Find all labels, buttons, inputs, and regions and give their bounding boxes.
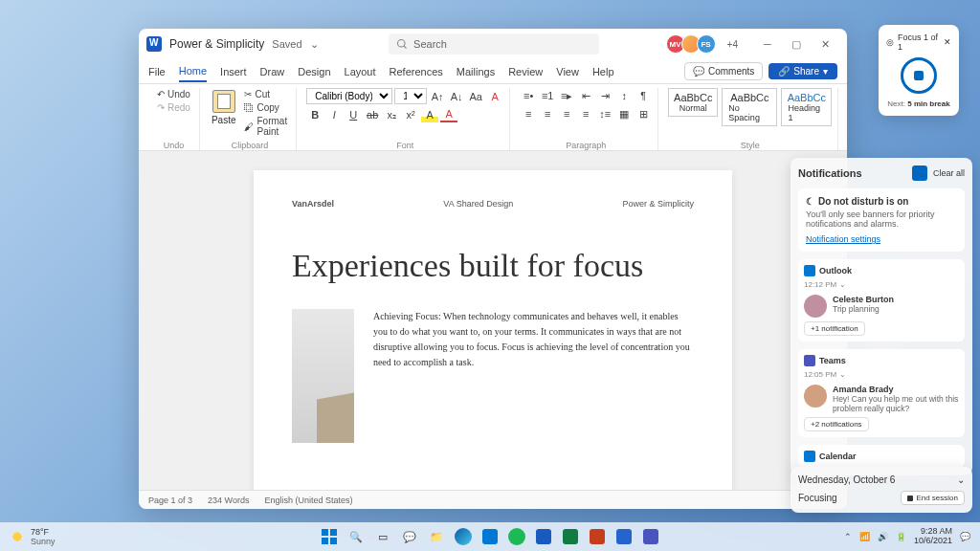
stop-icon[interactable]	[914, 71, 924, 80]
more-notifications-button[interactable]: +2 notifications	[804, 417, 869, 431]
notification-item[interactable]: Celeste Burton Trip planning	[804, 295, 959, 318]
bold-button[interactable]: B	[306, 107, 323, 122]
minimize-button[interactable]: ─	[753, 33, 782, 55]
explorer-icon[interactable]: 📁	[425, 525, 448, 548]
notification-settings-link[interactable]: Notification settings	[806, 234, 880, 244]
clock[interactable]: 9:28 AM 10/6/2021	[914, 527, 952, 546]
document-page[interactable]: VanArsdel VA Shared Design Power & Simpl…	[254, 170, 732, 490]
menu-layout[interactable]: Layout	[345, 66, 376, 77]
page-counter[interactable]: Page 1 of 3	[148, 496, 192, 505]
close-icon[interactable]: ✕	[944, 37, 951, 47]
style-heading1[interactable]: AaBbCcHeading 1	[781, 88, 832, 126]
search-icon[interactable]: 🔍	[345, 525, 368, 548]
align-right-icon[interactable]: ≡	[558, 106, 575, 121]
chevron-up-icon[interactable]: ⌃	[844, 532, 852, 541]
teams-icon[interactable]	[639, 525, 662, 548]
font-name-select[interactable]: Calibri (Body)	[306, 88, 392, 104]
language-status[interactable]: English (United States)	[264, 496, 352, 505]
cut-button[interactable]: ✂ Cut	[241, 88, 290, 100]
battery-icon[interactable]: 🔋	[896, 532, 906, 541]
align-left-icon[interactable]: ≡	[520, 106, 537, 121]
clear-format-icon[interactable]: A	[486, 89, 503, 104]
start-button[interactable]	[318, 525, 341, 548]
doc-headline[interactable]: Experiences built for focus	[292, 247, 694, 286]
menu-insert[interactable]: Insert	[220, 66, 247, 77]
menu-design[interactable]: Design	[298, 66, 330, 77]
multilevel-icon[interactable]: ≡▸	[558, 88, 575, 103]
doc-image[interactable]	[292, 309, 354, 443]
volume-icon[interactable]: 🔊	[878, 532, 888, 541]
outlook-icon[interactable]	[479, 525, 501, 548]
share-button[interactable]: 🔗 Share ▾	[768, 63, 837, 79]
copy-button[interactable]: ⿻ Copy	[241, 101, 290, 114]
notification-time[interactable]: 12:12 PM ⌄	[804, 280, 959, 289]
calendar-section[interactable]: Calendar	[798, 445, 965, 468]
italic-button[interactable]: I	[325, 107, 343, 122]
increase-indent-icon[interactable]: ⇥	[596, 88, 613, 103]
weather-widget[interactable]: 78°F Sunny	[10, 527, 56, 546]
notification-item[interactable]: Amanda Brady Hey! Can you help me out wi…	[804, 385, 959, 413]
clear-all-button[interactable]: Clear all	[933, 168, 965, 178]
menu-references[interactable]: References	[390, 66, 443, 77]
menu-view[interactable]: View	[556, 66, 579, 77]
todo-icon[interactable]	[612, 525, 635, 548]
strikethrough-button[interactable]: ab	[364, 107, 381, 122]
font-color-button[interactable]: A	[440, 107, 457, 122]
numbering-icon[interactable]: ≡1	[539, 88, 556, 103]
menu-help[interactable]: Help	[592, 66, 614, 77]
chevron-down-icon[interactable]: ⌄	[839, 280, 846, 289]
more-collaborators[interactable]: +4	[727, 39, 738, 50]
menu-mailings[interactable]: Mailings	[457, 66, 495, 77]
excel-icon[interactable]	[559, 525, 582, 548]
redo-button[interactable]: ↷ Redo	[154, 101, 193, 114]
show-marks-icon[interactable]: ¶	[635, 88, 652, 103]
menu-home[interactable]: Home	[179, 65, 207, 82]
word-icon[interactable]	[532, 525, 555, 548]
highlight-button[interactable]: A	[421, 107, 438, 122]
word-count[interactable]: 234 Words	[208, 496, 249, 505]
end-session-button[interactable]: End session	[901, 491, 965, 505]
borders-icon[interactable]: ⊞	[635, 106, 652, 121]
maximize-button[interactable]: ▢	[782, 33, 811, 55]
wifi-icon[interactable]: 📶	[859, 532, 870, 541]
close-button[interactable]: ✕	[811, 33, 839, 55]
grow-font-icon[interactable]: A↑	[429, 89, 446, 104]
format-painter-button[interactable]: 🖌 Format Paint	[241, 115, 290, 138]
bullets-icon[interactable]: ≡•	[520, 88, 537, 103]
doc-body-text[interactable]: Achieving Focus: When technology communi…	[373, 309, 694, 443]
expand-icon[interactable]	[912, 165, 927, 181]
notification-center-icon[interactable]: 💬	[960, 532, 970, 541]
document-canvas[interactable]: VanArsdel VA Shared Design Power & Simpl…	[139, 151, 847, 490]
menu-file[interactable]: File	[148, 66, 166, 77]
comments-button[interactable]: 💬 Comments	[684, 62, 763, 80]
underline-button[interactable]: U	[345, 107, 362, 122]
chevron-down-icon[interactable]: ⌄	[957, 474, 965, 485]
line-spacing-icon[interactable]: ↕≡	[596, 106, 613, 121]
change-case-icon[interactable]: Aa	[467, 89, 484, 104]
paste-button[interactable]: Paste	[210, 88, 238, 127]
justify-icon[interactable]: ≡	[577, 106, 594, 121]
edge-icon[interactable]	[452, 525, 475, 548]
focus-timer-ring[interactable]	[901, 57, 937, 94]
align-center-icon[interactable]: ≡	[539, 106, 556, 121]
collaborator-avatars[interactable]: MV FS	[670, 34, 716, 54]
save-status[interactable]: Saved	[272, 38, 301, 50]
sort-icon[interactable]: ↕	[615, 88, 633, 103]
decrease-indent-icon[interactable]: ⇤	[577, 88, 594, 103]
chevron-down-icon[interactable]: ⌄	[839, 370, 846, 379]
menu-draw[interactable]: Draw	[260, 66, 285, 77]
subscript-button[interactable]: x₂	[383, 107, 400, 122]
style-no-spacing[interactable]: AaBbCcNo Spacing	[722, 88, 777, 126]
style-normal[interactable]: AaBbCcNormal	[668, 88, 718, 117]
shading-icon[interactable]: ▦	[615, 106, 633, 121]
spotify-icon[interactable]	[505, 525, 528, 548]
powerpoint-icon[interactable]	[586, 525, 609, 548]
search-input[interactable]: Search	[389, 33, 599, 55]
menu-review[interactable]: Review	[508, 66, 543, 77]
task-view-icon[interactable]: ▭	[371, 525, 394, 548]
chat-icon[interactable]: 💬	[398, 525, 421, 548]
chevron-down-icon[interactable]: ⌄	[310, 38, 319, 51]
undo-button[interactable]: ↶ Undo	[154, 88, 193, 100]
notification-time[interactable]: 12:05 PM ⌄	[804, 370, 959, 379]
avatar[interactable]: FS	[697, 34, 716, 54]
